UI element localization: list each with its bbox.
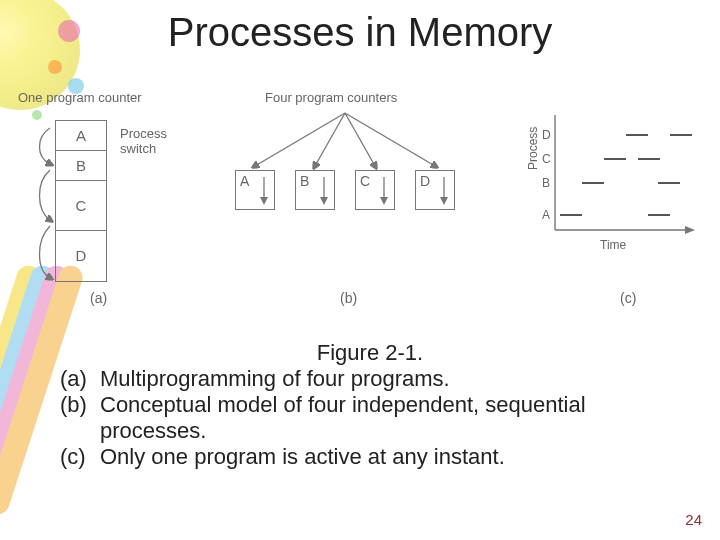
caption-text: Only one program is active at any instan…: [100, 444, 680, 470]
run-segment: [582, 182, 604, 187]
svg-line-2: [345, 113, 375, 166]
row-label: B: [542, 176, 550, 190]
caption-text: Conceptual model of four independent, se…: [100, 392, 680, 444]
fan-arrows-icon: [235, 108, 465, 178]
run-segment: [658, 182, 680, 187]
subfigure-label: (b): [340, 290, 357, 306]
caption-line: (b) Conceptual model of four independent…: [60, 392, 680, 444]
row-label: C: [542, 152, 551, 166]
process-box: C: [355, 170, 395, 210]
down-arrow-icon: [258, 177, 270, 205]
part-a-header: One program counter: [18, 90, 142, 105]
process-box: A: [235, 170, 275, 210]
process-box-label: A: [240, 173, 249, 189]
run-segment: [670, 134, 692, 139]
run-segment: [604, 158, 626, 163]
subfigure-label: (c): [620, 290, 636, 306]
row-label: A: [542, 208, 550, 222]
run-segment: [626, 134, 648, 139]
figure-2-1: One program counter A B C D Process swit…: [10, 90, 710, 320]
slide-title: Processes in Memory: [0, 10, 720, 55]
caption-line: (a) Multiprogramming of four programs.: [60, 366, 680, 392]
svg-line-3: [345, 113, 435, 166]
row-label: D: [542, 128, 551, 142]
process-box-label: D: [420, 173, 430, 189]
down-arrow-icon: [378, 177, 390, 205]
y-axis-label: Process: [526, 127, 540, 170]
caption-text: Multiprogramming of four programs.: [100, 366, 680, 392]
process-box-label: B: [300, 173, 309, 189]
process-box-label: C: [360, 173, 370, 189]
process-switch-label: Process switch: [120, 126, 167, 156]
process-box: B: [295, 170, 335, 210]
run-segment: [638, 158, 660, 163]
down-arrow-icon: [438, 177, 450, 205]
process-box: D: [415, 170, 455, 210]
caption-tag: (a): [60, 366, 100, 392]
down-arrow-icon: [318, 177, 330, 205]
subfigure-label: (a): [90, 290, 107, 306]
caption-tag: (b): [60, 392, 100, 444]
x-axis-label: Time: [600, 238, 626, 252]
page-number: 24: [685, 511, 702, 528]
switch-arrows-icon: [34, 122, 114, 292]
part-b-header: Four program counters: [265, 90, 397, 105]
run-segment: [648, 214, 670, 219]
decor-dot: [48, 60, 62, 74]
figure-caption: Figure 2-1. (a) Multiprogramming of four…: [60, 340, 680, 470]
caption-tag: (c): [60, 444, 100, 470]
run-segment: [560, 214, 582, 219]
figure-number: Figure 2-1.: [60, 340, 680, 366]
svg-line-0: [255, 113, 345, 166]
svg-line-1: [315, 113, 345, 166]
caption-line: (c) Only one program is active at any in…: [60, 444, 680, 470]
timing-chart: Process Time D C B A: [530, 110, 700, 250]
